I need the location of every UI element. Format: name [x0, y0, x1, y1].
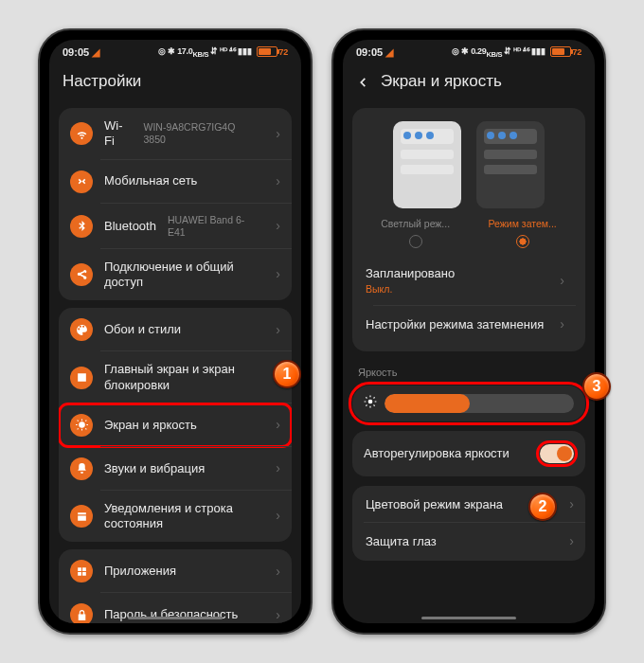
row-sound[interactable]: Звуки и вибрация ›	[59, 447, 292, 491]
preview-dark[interactable]	[476, 121, 545, 208]
chevron-right-icon: ›	[276, 266, 280, 283]
bluetooth-icon	[70, 215, 93, 238]
gesture-bar[interactable]	[421, 617, 516, 620]
chevron-right-icon: ›	[560, 273, 564, 290]
battery-icon	[550, 46, 571, 57]
toggle-auto-brightness[interactable]	[540, 444, 574, 463]
preview-light[interactable]	[393, 121, 461, 208]
row-dark-mode-settings[interactable]: Настройки режима затемнения ›	[362, 306, 576, 344]
group-personalization: Обои и стили › Главный экран и экран бло…	[59, 308, 292, 542]
chevron-right-icon: ›	[276, 126, 280, 143]
palette-icon	[70, 318, 93, 341]
badge-step-1: 1	[273, 360, 301, 388]
section-brightness-label: Яркость	[352, 359, 585, 380]
row-mobile-network[interactable]: Мобильная сеть ›	[59, 160, 292, 204]
status-accent-icon: ◢	[92, 46, 99, 58]
chevron-right-icon: ›	[276, 173, 280, 190]
row-auto-brightness[interactable]: Авторегулировка яркости	[352, 431, 585, 476]
radio-dark[interactable]	[516, 235, 529, 248]
gesture-bar[interactable]	[128, 617, 223, 620]
row-wifi[interactable]: Wi-Fi WIN-9A8CRG7IG4Q 3850 ›	[59, 108, 292, 160]
wifi-icon	[70, 122, 93, 145]
cellular-icon	[70, 170, 93, 193]
chevron-right-icon: ›	[276, 607, 280, 624]
back-arrow-icon[interactable]	[356, 75, 369, 88]
chevron-right-icon: ›	[276, 508, 280, 525]
chevron-right-icon: ›	[569, 496, 574, 513]
share-icon	[70, 263, 93, 286]
chevron-right-icon: ›	[276, 218, 280, 235]
theme-mode-card: Светлый реж... Режим затем... Запланиров…	[352, 108, 585, 351]
chevron-right-icon: ›	[276, 322, 280, 339]
brightness-slider[interactable]	[352, 385, 585, 421]
page-title: Настройки	[49, 64, 301, 100]
row-bluetooth[interactable]: Bluetooth HUAWEI Band 6-E41 ›	[59, 204, 292, 249]
sun-icon	[364, 395, 377, 412]
notification-icon	[70, 505, 93, 528]
row-wallpaper[interactable]: Обои и стили ›	[59, 308, 292, 351]
chevron-right-icon: ›	[276, 564, 280, 581]
label-light-mode: Светлый реж...	[381, 218, 450, 229]
row-eye-protection[interactable]: Защита глаз ›	[352, 523, 585, 561]
group-system: Приложения › Пароль и безопасность ›	[59, 549, 292, 623]
row-connection-sharing[interactable]: Подключение и общий доступ ›	[59, 249, 292, 301]
lock-icon	[70, 603, 93, 623]
chevron-right-icon: ›	[276, 417, 280, 434]
badge-step-2: 2	[528, 493, 557, 521]
row-apps[interactable]: Приложения ›	[59, 549, 292, 593]
chevron-right-icon: ›	[276, 460, 280, 477]
bell-icon	[70, 457, 93, 480]
brightness-icon	[70, 414, 93, 437]
row-display-brightness[interactable]: Экран и яркость ›	[59, 403, 292, 447]
chevron-right-icon: ›	[560, 316, 564, 333]
label-dark-mode: Режим затем...	[489, 218, 557, 229]
status-bar: 09:05 ◢ ◎ ✱ 0.29KB/S ⇵ ᴴᴰ ⁴⁶ ▮▮▮ 72	[343, 40, 595, 64]
phone-settings: 09:05 ◢ ◎ ✱ 17.0KB/S ⇵ ᴴᴰ ⁴⁶ ▮▮▮ 72 Наст…	[38, 28, 313, 635]
badge-step-3: 3	[582, 372, 611, 401]
apps-icon	[70, 560, 93, 582]
svg-point-0	[368, 400, 373, 404]
row-home-lock[interactable]: Главный экран и экран блокировки ›	[59, 351, 292, 403]
image-icon	[70, 367, 93, 389]
group-connectivity: Wi-Fi WIN-9A8CRG7IG4Q 3850 › Мобильная с…	[59, 108, 292, 300]
row-notifications[interactable]: Уведомления и строка состояния ›	[59, 491, 292, 543]
row-scheduled[interactable]: Запланировано Выкл. ›	[362, 256, 576, 306]
radio-light[interactable]	[409, 235, 422, 248]
page-title: Экран и яркость	[381, 72, 502, 91]
status-accent-icon: ◢	[385, 46, 393, 58]
phone-display-settings: 09:05 ◢ ◎ ✱ 0.29KB/S ⇵ ᴴᴰ ⁴⁶ ▮▮▮ 72 Экра…	[331, 28, 606, 635]
battery-icon	[257, 46, 277, 57]
chevron-right-icon: ›	[569, 533, 574, 550]
status-bar: 09:05 ◢ ◎ ✱ 17.0KB/S ⇵ ᴴᴰ ⁴⁶ ▮▮▮ 72	[49, 40, 301, 64]
